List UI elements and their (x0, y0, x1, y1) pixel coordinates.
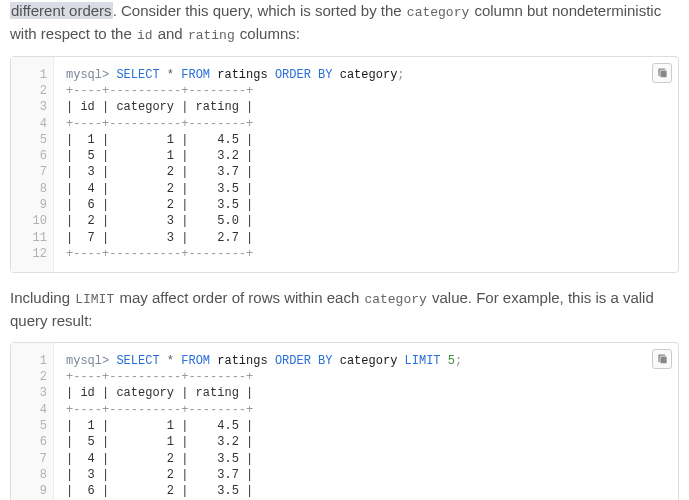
table-header: | id | category | rating | (66, 386, 253, 400)
table-row: | 4 | 2 | 3.5 | (66, 452, 253, 466)
sql-keyword: FROM (181, 68, 210, 82)
copy-button[interactable] (652, 63, 672, 83)
table-separator: +----+----------+--------+ (66, 247, 253, 261)
line-number: 12 (11, 246, 47, 262)
table-row: | 4 | 2 | 3.5 | (66, 182, 253, 196)
code-block-1: 1 2 3 4 5 6 7 8 9 10 11 12 mysql> SELECT… (10, 56, 679, 274)
line-gutter: 1 2 3 4 5 6 7 8 9 10 11 12 (11, 57, 54, 273)
sql-star: * (167, 354, 174, 368)
line-number: 9 (11, 483, 47, 499)
table-row: | 3 | 2 | 3.7 | (66, 468, 253, 482)
line-number: 3 (11, 99, 47, 115)
table-separator: +----+----------+--------+ (66, 403, 253, 417)
line-number: 8 (11, 181, 47, 197)
text: Including (10, 289, 74, 306)
text: . Consider this query, which is sorted b… (113, 2, 406, 19)
sql-keyword: SELECT (116, 354, 159, 368)
line-number: 4 (11, 116, 47, 132)
table-separator: +----+----------+--------+ (66, 370, 253, 384)
sql-prompt: mysql> (66, 68, 109, 82)
line-number: 5 (11, 132, 47, 148)
sql-identifier: category (340, 68, 398, 82)
code-block-2: 1 2 3 4 5 6 7 8 9 mysql> SELECT * FROM r… (10, 342, 679, 500)
table-separator: +----+----------+--------+ (66, 117, 253, 131)
table-separator: +----+----------+--------+ (66, 84, 253, 98)
line-number: 11 (11, 230, 47, 246)
line-number: 7 (11, 451, 47, 467)
table-row: | 6 | 2 | 3.5 | (66, 198, 253, 212)
middle-paragraph: Including LIMIT may affect order of rows… (10, 287, 679, 332)
copy-button[interactable] (652, 349, 672, 369)
text: and (154, 25, 187, 42)
line-number: 5 (11, 418, 47, 434)
table-row: | 1 | 1 | 4.5 | (66, 419, 253, 433)
line-number: 1 (11, 67, 47, 83)
text: columns: (236, 25, 300, 42)
sql-keyword: ORDER (275, 354, 311, 368)
line-number: 8 (11, 467, 47, 483)
table-row: | 5 | 1 | 3.2 | (66, 435, 253, 449)
line-number: 7 (11, 164, 47, 180)
table-row: | 6 | 2 | 3.5 | (66, 484, 253, 498)
sql-keyword: BY (318, 354, 332, 368)
sql-star: * (167, 68, 174, 82)
line-number: 10 (11, 213, 47, 229)
table-row: | 5 | 1 | 3.2 | (66, 149, 253, 163)
line-number: 2 (11, 369, 47, 385)
sql-identifier: ratings (217, 354, 267, 368)
sql-punc: ; (455, 354, 462, 368)
line-gutter: 1 2 3 4 5 6 7 8 9 (11, 343, 54, 500)
table-row: | 7 | 3 | 2.7 | (66, 231, 253, 245)
sql-keyword: LIMIT (405, 354, 441, 368)
sql-keyword: BY (318, 68, 332, 82)
inline-code-id: id (136, 28, 154, 43)
table-row: | 3 | 2 | 3.7 | (66, 165, 253, 179)
line-number: 9 (11, 197, 47, 213)
line-number: 6 (11, 434, 47, 450)
code-content: mysql> SELECT * FROM ratings ORDER BY ca… (54, 57, 678, 273)
sql-number: 5 (448, 354, 455, 368)
inline-code-category: category (363, 292, 427, 307)
sql-keyword: FROM (181, 354, 210, 368)
sql-identifier: ratings (217, 68, 267, 82)
sql-keyword: SELECT (116, 68, 159, 82)
text: may affect order of rows within each (115, 289, 363, 306)
table-row: | 2 | 3 | 5.0 | (66, 214, 253, 228)
inline-code-rating: rating (187, 28, 236, 43)
sql-prompt: mysql> (66, 354, 109, 368)
line-number: 4 (11, 402, 47, 418)
inline-code-category: category (406, 5, 470, 20)
sql-keyword: ORDER (275, 68, 311, 82)
line-number: 1 (11, 353, 47, 369)
intro-paragraph: different orders. Consider this query, w… (10, 0, 679, 46)
inline-code-limit: LIMIT (74, 292, 115, 307)
line-number: 2 (11, 83, 47, 99)
line-number: 6 (11, 148, 47, 164)
highlight-text: different orders (10, 2, 113, 19)
sql-identifier: category (340, 354, 398, 368)
line-number: 3 (11, 385, 47, 401)
copy-icon (657, 353, 668, 364)
table-row: | 1 | 1 | 4.5 | (66, 133, 253, 147)
table-header: | id | category | rating | (66, 100, 253, 114)
code-content: mysql> SELECT * FROM ratings ORDER BY ca… (54, 343, 678, 500)
sql-punc: ; (397, 68, 404, 82)
copy-icon (657, 67, 668, 78)
